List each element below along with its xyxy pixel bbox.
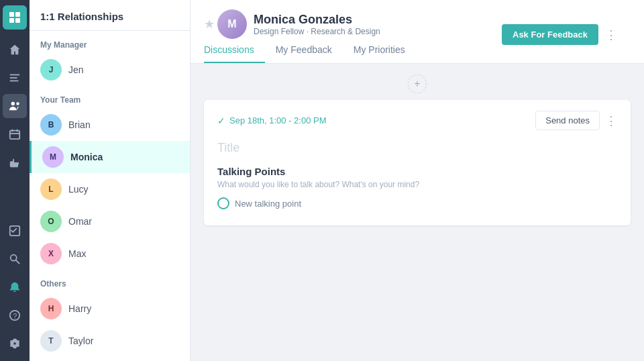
sidebar-title: 1:1 Relationships — [30, 0, 190, 31]
sidebar-person-omar[interactable]: O Omar — [30, 205, 190, 238]
date-badge: ✓ Sep 18th, 1:00 - 2:00 PM — [217, 115, 327, 126]
tasks-icon[interactable] — [3, 219, 27, 243]
svg-text:?: ? — [13, 312, 17, 320]
sidebar: 1:1 Relationships My Manager J Jen Your … — [30, 0, 191, 361]
new-talking-point-label: New talking point — [235, 199, 301, 209]
date-text: Sep 18th, 1:00 - 2:00 PM — [229, 115, 327, 125]
avatar-harry: H — [40, 298, 62, 319]
card-header: ✓ Sep 18th, 1:00 - 2:00 PM Send notes ⋮ — [217, 111, 617, 130]
main-content: ★ M Monica Gonzales Design Fellow · Rese… — [191, 0, 644, 361]
discussion-card: ✓ Sep 18th, 1:00 - 2:00 PM Send notes ⋮ … — [204, 100, 631, 225]
talking-point-circle-icon — [217, 197, 229, 209]
home-icon[interactable] — [3, 38, 27, 62]
person-name-brian: Brian — [68, 119, 91, 130]
sidebar-person-harry[interactable]: H Harry — [30, 293, 190, 325]
talking-points-subtitle: What would you like to talk about? What'… — [217, 180, 617, 189]
sidebar-person-taylor[interactable]: T Taylor — [30, 325, 190, 357]
person-name-max: Max — [68, 248, 86, 259]
people-icon[interactable] — [3, 94, 27, 118]
svg-rect-4 — [10, 74, 19, 76]
your-team-label: Your Team — [30, 86, 190, 109]
avatar-brian: B — [40, 114, 62, 136]
avatar-max: X — [40, 243, 62, 264]
avatar-jen: J — [40, 59, 62, 81]
card-actions: Send notes ⋮ — [535, 111, 617, 130]
svg-line-15 — [16, 260, 19, 264]
avatar-monica: M — [42, 146, 64, 168]
add-discussion-icon[interactable]: + — [408, 74, 427, 93]
profile-info: Monica Gonzales Design Fellow · Research… — [254, 13, 380, 36]
nav-sidebar: ? — [0, 0, 30, 361]
notifications-icon[interactable] — [3, 275, 27, 299]
avatar-taylor: T — [40, 330, 62, 352]
svg-rect-1 — [15, 12, 20, 17]
tab-discussions[interactable]: Discussions — [204, 39, 265, 63]
person-name-omar: Omar — [68, 216, 92, 227]
send-notes-button[interactable]: Send notes — [535, 111, 600, 130]
sidebar-person-julia[interactable]: J Julia — [30, 357, 190, 361]
person-name-taylor: Taylor — [68, 336, 93, 346]
profile-header: ★ M Monica Gonzales Design Fellow · Rese… — [191, 0, 644, 64]
feed-icon[interactable] — [3, 66, 27, 90]
card-title-placeholder[interactable]: Title — [217, 141, 617, 155]
person-name-lucy: Lucy — [68, 184, 89, 195]
profile-name: Monica Gonzales — [254, 13, 380, 27]
avatar-omar: O — [40, 211, 62, 232]
tab-my-priorities[interactable]: My Priorities — [343, 39, 416, 63]
new-talking-point[interactable]: New talking point — [217, 197, 617, 209]
header-actions: Ask For Feedback ⋮ — [502, 24, 617, 45]
svg-rect-0 — [9, 12, 14, 17]
sidebar-person-max[interactable]: X Max — [30, 238, 190, 270]
svg-point-7 — [11, 102, 15, 105]
search-icon[interactable] — [3, 247, 27, 271]
settings-icon[interactable] — [3, 331, 27, 356]
star-icon[interactable]: ★ — [204, 17, 215, 32]
svg-rect-3 — [15, 18, 20, 23]
profile-header-row: ★ M Monica Gonzales Design Fellow · Rese… — [204, 9, 631, 39]
svg-rect-2 — [9, 18, 14, 23]
sidebar-person-brian[interactable]: B Brian — [30, 109, 190, 141]
sidebar-person-lucy[interactable]: L Lucy — [30, 173, 190, 205]
sidebar-person-jen[interactable]: J Jen — [30, 54, 190, 86]
sidebar-person-monica[interactable]: M Monica — [30, 141, 190, 173]
more-options-icon[interactable]: ⋮ — [605, 28, 617, 42]
card-more-icon[interactable]: ⋮ — [605, 113, 617, 128]
thumbsup-icon[interactable] — [3, 150, 27, 174]
check-icon: ✓ — [217, 115, 225, 126]
talking-points-title: Talking Points — [217, 166, 617, 177]
svg-point-14 — [11, 255, 17, 261]
profile-role: Design Fellow · Research & Design — [254, 27, 380, 36]
my-manager-label: My Manager — [30, 31, 190, 54]
brand-icon[interactable] — [3, 5, 27, 30]
person-name-harry: Harry — [68, 303, 91, 314]
profile-avatar: M — [217, 9, 247, 39]
svg-rect-5 — [10, 77, 17, 79]
help-icon[interactable]: ? — [3, 303, 27, 327]
avatar-lucy: L — [40, 178, 62, 200]
svg-rect-9 — [10, 131, 19, 140]
svg-point-8 — [16, 102, 19, 105]
tab-my-feedback[interactable]: My Feedback — [265, 39, 343, 63]
others-label: Others — [30, 270, 190, 293]
person-name-jen: Jen — [68, 64, 84, 75]
ask-feedback-button[interactable]: Ask For Feedback — [502, 24, 598, 45]
content-area: + ✓ Sep 18th, 1:00 - 2:00 PM Send notes … — [191, 64, 644, 361]
person-name-monica: Monica — [70, 152, 103, 162]
calendar-icon[interactable] — [3, 122, 27, 146]
svg-rect-6 — [10, 81, 19, 82]
